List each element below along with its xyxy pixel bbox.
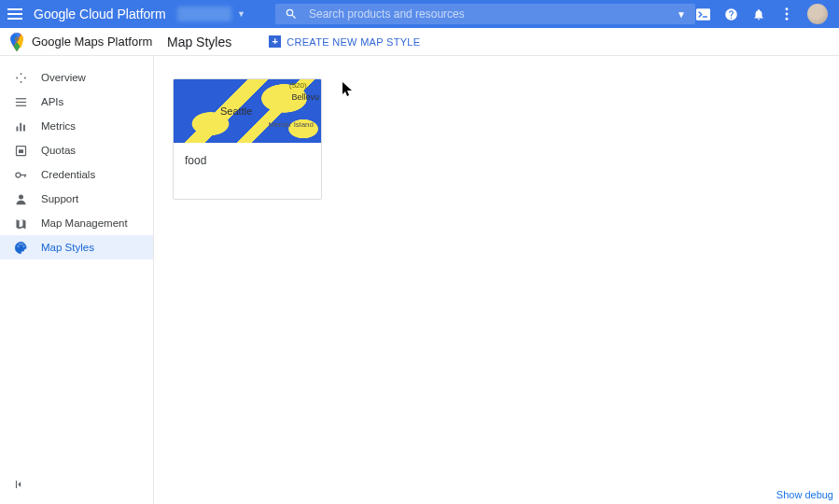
svg-point-20 (19, 194, 23, 199)
svg-rect-0 (696, 8, 710, 21)
svg-point-17 (15, 173, 20, 177)
map-style-name: food (185, 154, 310, 167)
maps-pin-icon (9, 33, 24, 51)
platform-brand: Google Maps Platform (0, 33, 154, 51)
content-area: Seattle Bellevu Mercer Island (520) food… (154, 56, 839, 504)
svg-point-1 (786, 7, 789, 10)
sidebar-item-metrics[interactable]: Metrics (0, 114, 153, 138)
sidebar-item-overview[interactable]: Overview (0, 65, 153, 90)
metrics-icon (13, 119, 28, 133)
svg-rect-14 (23, 124, 25, 131)
sidebar-item-label: Credentials (41, 169, 95, 180)
sidebar-item-label: Support (41, 193, 78, 204)
sidebar-item-label: Quotas (41, 145, 76, 156)
chevron-down-icon[interactable]: ▼ (677, 9, 686, 20)
map-style-card-body: food (174, 143, 321, 199)
menu-icon[interactable] (7, 3, 22, 25)
svg-rect-10 (15, 101, 25, 102)
map-style-card[interactable]: Seattle Bellevu Mercer Island (520) food (173, 78, 322, 200)
cursor-icon (343, 82, 354, 97)
sidebar-item-label: APIs (41, 96, 63, 107)
sidebar-item-label: Map Management (41, 217, 128, 229)
svg-rect-19 (24, 174, 25, 176)
sidebar-item-support[interactable]: Support (0, 187, 153, 211)
thumb-label-route: (520) (289, 81, 307, 90)
thumb-label-seattle: Seattle (220, 105, 252, 117)
avatar[interactable] (807, 4, 828, 24)
svg-rect-9 (15, 98, 25, 99)
map-style-thumbnail: Seattle Bellevu Mercer Island (520) (174, 79, 321, 143)
sidebar-item-label: Overview (41, 72, 86, 83)
credentials-icon (13, 167, 28, 182)
page-header-controls: Map Styles + CREATE NEW MAP STYLE (154, 35, 420, 49)
sidebar: Overview APIs Metrics Quotas Credentials (0, 56, 154, 504)
sidebar-item-quotas[interactable]: Quotas (0, 138, 153, 162)
top-bar: Google Cloud Platform ▼ ▼ (0, 0, 839, 28)
sidebar-item-label: Metrics (41, 120, 76, 132)
search-input[interactable] (309, 7, 669, 21)
project-selector[interactable] (177, 7, 231, 21)
notifications-icon[interactable] (751, 7, 766, 21)
chevron-down-icon[interactable]: ▼ (237, 9, 245, 19)
help-icon[interactable] (723, 7, 738, 21)
cloud-shell-icon[interactable] (695, 7, 710, 21)
search-icon (285, 7, 298, 21)
sidebar-item-apis[interactable]: APIs (0, 90, 153, 114)
thumb-label-bellevue: Bellevu (291, 92, 319, 102)
sidebar-item-label: Map Styles (41, 242, 94, 253)
collapse-sidebar-icon[interactable] (13, 478, 26, 495)
apis-icon (13, 94, 28, 109)
svg-rect-16 (19, 149, 23, 153)
overview-icon (13, 70, 28, 85)
svg-rect-21 (16, 481, 17, 488)
platform-title: Google Maps Platform (32, 35, 152, 49)
svg-rect-12 (16, 126, 18, 131)
support-icon (13, 191, 28, 206)
body: Overview APIs Metrics Quotas Credentials (0, 56, 839, 504)
map-management-icon (13, 216, 28, 231)
thumb-label-mercer: Mercer Island (269, 120, 314, 129)
plus-icon: + (269, 35, 281, 48)
svg-rect-13 (20, 122, 21, 131)
svg-point-2 (786, 13, 789, 16)
sidebar-item-credentials[interactable]: Credentials (0, 162, 153, 187)
svg-point-3 (786, 18, 789, 21)
show-debug-link[interactable]: Show debug (776, 489, 833, 500)
page-title: Map Styles (167, 35, 231, 49)
map-styles-icon (13, 240, 28, 255)
sub-header: Google Maps Platform Map Styles + CREATE… (0, 28, 839, 56)
quotas-icon (13, 143, 28, 158)
create-label: CREATE NEW MAP STYLE (287, 36, 420, 48)
sidebar-item-map-management[interactable]: Map Management (0, 211, 153, 235)
svg-rect-11 (15, 105, 25, 105)
create-map-style-button[interactable]: + CREATE NEW MAP STYLE (269, 35, 420, 48)
search-container: ▼ (275, 4, 695, 24)
sidebar-item-map-styles[interactable]: Map Styles (0, 235, 153, 259)
more-icon[interactable] (779, 7, 794, 21)
top-right-icons (695, 4, 832, 24)
gcp-title: Google Cloud Platform (34, 7, 166, 21)
svg-point-4 (15, 36, 20, 41)
